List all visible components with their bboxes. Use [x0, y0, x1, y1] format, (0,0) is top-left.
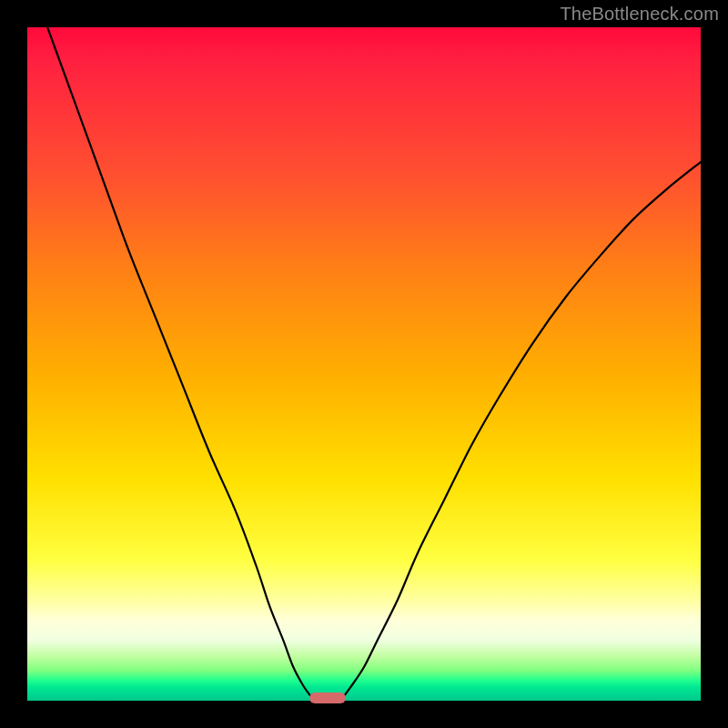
outer-frame: TheBottleneck.com — [0, 0, 728, 728]
curve-right-branch — [340, 162, 701, 701]
optimal-marker — [309, 693, 346, 703]
curve-left-branch — [47, 27, 316, 701]
chart-plot-area — [27, 27, 701, 701]
watermark-text: TheBottleneck.com — [560, 4, 719, 25]
bottleneck-curve — [27, 27, 701, 701]
